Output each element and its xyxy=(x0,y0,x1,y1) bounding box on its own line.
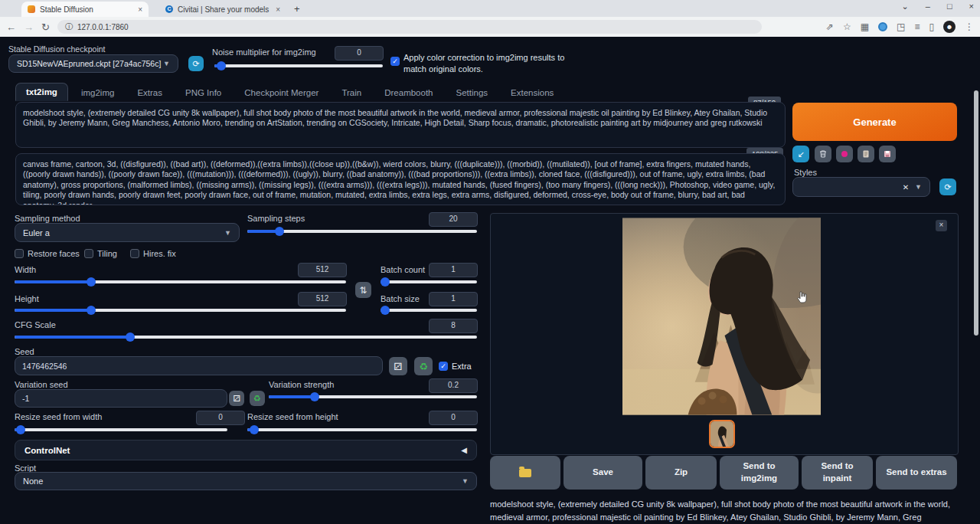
styles-dropdown[interactable]: ✕ ▼ xyxy=(792,177,930,197)
batch-size-slider[interactable] xyxy=(381,309,477,312)
browser-tab-stable-diffusion[interactable]: Stable Diffusion × xyxy=(21,2,149,17)
send-to-extras-button[interactable]: Send to extras xyxy=(876,456,957,490)
hires-fix-checkbox[interactable] xyxy=(130,249,139,258)
back-icon[interactable]: ← xyxy=(6,21,16,33)
resize-seed-height-slider[interactable] xyxy=(247,428,477,431)
send-to-inpaint-button[interactable]: Send to inpaint xyxy=(802,456,873,490)
window-close-button[interactable]: × xyxy=(969,2,974,11)
script-dropdown[interactable]: None ▼ xyxy=(15,472,477,490)
extension-grid-icon[interactable]: ▦ xyxy=(861,21,869,32)
new-tab-button[interactable]: + xyxy=(294,3,300,15)
paste-params-button[interactable]: ↙ xyxy=(792,146,809,162)
resize-seed-width-slider[interactable] xyxy=(15,428,227,431)
random-variation-seed-button[interactable]: ⚂ xyxy=(229,391,244,406)
checkpoint-dropdown[interactable]: SD15NewVAEpruned.ckpt [27a4ac756c] ▼ xyxy=(8,54,178,73)
folder-icon xyxy=(519,469,531,477)
extra-seed-checkbox[interactable]: ✓ xyxy=(439,362,448,371)
batch-count-value[interactable]: 1 xyxy=(429,263,478,277)
clear-prompt-button[interactable] xyxy=(815,146,831,162)
bookmark-star-icon[interactable]: ☆ xyxy=(843,21,851,32)
resize-seed-height-value[interactable]: 0 xyxy=(429,411,478,425)
page-scrollbar[interactable] xyxy=(974,90,978,336)
reuse-seed-button[interactable]: ♻ xyxy=(414,357,433,375)
share-icon[interactable]: ⇗ xyxy=(826,21,834,32)
controlnet-accordion[interactable]: ControlNet ◀ xyxy=(15,440,477,460)
color-correction-label: Apply color correction to img2img result… xyxy=(403,52,568,75)
generate-button[interactable]: Generate xyxy=(792,103,957,141)
send-to-img2img-button[interactable]: Send to img2img xyxy=(720,456,799,490)
open-folder-button[interactable] xyxy=(490,456,560,490)
batch-count-slider[interactable] xyxy=(381,280,477,283)
extensions-puzzle-icon[interactable]: ◳ xyxy=(897,21,905,32)
seed-input[interactable]: 1476462546 xyxy=(15,356,383,375)
color-correction-checkbox[interactable]: ✓ xyxy=(390,57,400,66)
width-value[interactable]: 512 xyxy=(298,263,347,277)
checkpoint-value: SD15NewVAEpruned.ckpt [27a4ac756c] xyxy=(17,59,161,68)
extra-networks-button[interactable] xyxy=(836,146,853,162)
browser-tab-title: Stable Diffusion xyxy=(40,5,133,14)
profile-avatar[interactable]: ☻ xyxy=(943,21,956,33)
resize-seed-width-value[interactable]: 0 xyxy=(196,411,245,425)
cfg-scale-value[interactable]: 8 xyxy=(429,319,478,333)
clear-styles-icon[interactable]: ✕ xyxy=(903,183,909,192)
window-chevron-icon[interactable]: ⌄ xyxy=(902,2,909,11)
noise-multiplier-value[interactable]: 0 xyxy=(335,46,384,61)
tab-train[interactable]: Train xyxy=(332,84,371,101)
extension-blue-dot-icon[interactable] xyxy=(878,22,887,31)
prompt-textarea[interactable]: modelshoot style, (extremely detailed CG… xyxy=(15,102,786,148)
reload-icon[interactable]: ↻ xyxy=(41,21,50,33)
sampling-steps-value[interactable]: 20 xyxy=(429,212,478,227)
tiling-label: Tiling xyxy=(97,249,117,258)
tab-txt2img[interactable]: txt2img xyxy=(15,83,68,101)
batch-size-value[interactable]: 1 xyxy=(429,292,478,306)
reading-list-icon[interactable]: ≡ xyxy=(914,21,920,32)
window-minimize-button[interactable]: – xyxy=(926,2,930,11)
tab-dreambooth[interactable]: Dreambooth xyxy=(374,84,443,101)
gallery-thumbnail[interactable] xyxy=(709,420,735,448)
browser-tab-civitai[interactable]: C Civitai | Share your models × xyxy=(159,2,286,17)
tab-extras[interactable]: Extras xyxy=(127,84,172,101)
side-panel-icon[interactable]: ▯ xyxy=(929,21,934,32)
restore-faces-checkbox[interactable] xyxy=(15,249,24,258)
stable-diffusion-webui-window: Stable Diffusion × C Civitai | Share you… xyxy=(0,0,980,524)
generated-image[interactable] xyxy=(622,218,821,415)
negative-prompt-textarea[interactable]: canvas frame, cartoon, 3d, ((disfigured)… xyxy=(15,153,786,205)
sampling-steps-slider[interactable] xyxy=(247,230,477,233)
variation-seed-input[interactable]: -1 xyxy=(15,389,227,408)
tab-close-icon[interactable]: × xyxy=(138,5,142,14)
refresh-styles-button[interactable]: ⟳ xyxy=(939,178,956,195)
cfg-scale-slider[interactable] xyxy=(15,336,477,339)
reuse-variation-seed-button[interactable]: ♻ xyxy=(250,391,265,406)
tab-checkpoint-merger[interactable]: Checkpoint Merger xyxy=(234,84,328,101)
dice-icon: ⚂ xyxy=(394,361,402,372)
apply-styles-button[interactable] xyxy=(858,146,874,162)
tab-close-icon[interactable]: × xyxy=(276,5,280,14)
forward-icon[interactable]: → xyxy=(24,21,34,33)
noise-multiplier-slider[interactable] xyxy=(214,64,383,67)
sampling-method-dropdown[interactable]: Euler a ▼ xyxy=(15,223,240,242)
site-info-icon[interactable]: ⓘ xyxy=(65,21,73,32)
save-button[interactable]: Save xyxy=(564,456,642,490)
window-maximize-button[interactable]: □ xyxy=(947,2,952,11)
save-style-button[interactable] xyxy=(879,146,896,162)
styles-label: Styles xyxy=(794,168,817,177)
height-label: Height xyxy=(15,294,39,303)
reload-checkpoint-button[interactable]: ⟳ xyxy=(188,56,204,71)
tab-png-info[interactable]: PNG Info xyxy=(175,84,231,101)
address-bar[interactable]: ⓘ 127.0.0.1:7860 xyxy=(57,20,762,34)
tab-extensions[interactable]: Extensions xyxy=(501,84,564,101)
zip-button[interactable]: Zip xyxy=(645,456,717,490)
height-slider[interactable] xyxy=(15,309,346,312)
tab-settings[interactable]: Settings xyxy=(446,84,498,101)
height-value[interactable]: 512 xyxy=(298,292,347,306)
width-slider[interactable] xyxy=(15,280,346,283)
random-seed-button[interactable]: ⚂ xyxy=(389,357,407,375)
tab-img2img[interactable]: img2img xyxy=(71,84,124,101)
tiling-checkbox[interactable] xyxy=(84,249,93,258)
kebab-menu-icon[interactable]: ⋮ xyxy=(965,21,974,32)
variation-strength-value[interactable]: 0.2 xyxy=(429,378,478,393)
swap-width-height-button[interactable]: ⇅ xyxy=(355,282,371,298)
variation-strength-slider[interactable] xyxy=(269,395,477,398)
arrow-down-left-icon: ↙ xyxy=(797,149,804,159)
close-gallery-button[interactable]: × xyxy=(936,220,947,231)
